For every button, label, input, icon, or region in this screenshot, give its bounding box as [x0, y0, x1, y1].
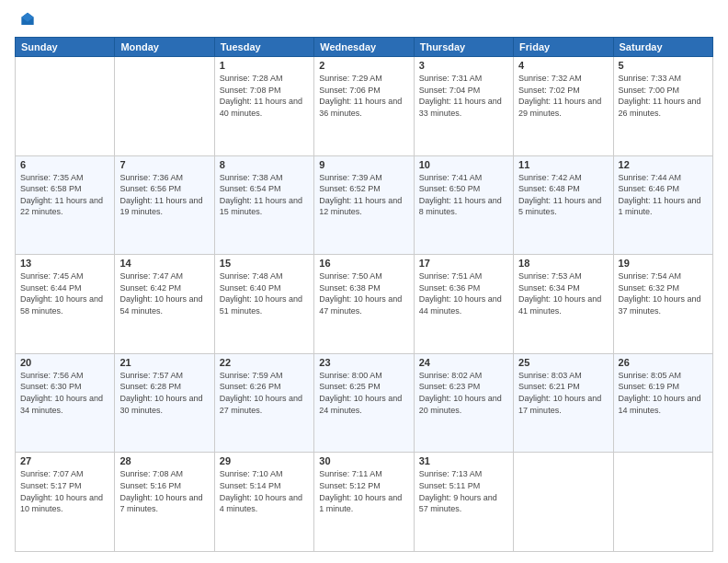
day-info: Sunrise: 7:57 AM Sunset: 6:28 PM Dayligh… — [119, 370, 209, 416]
day-info: Sunrise: 7:51 AM Sunset: 6:36 PM Dayligh… — [419, 270, 508, 316]
day-info: Sunrise: 7:41 AM Sunset: 6:50 PM Dayligh… — [419, 172, 508, 218]
day-info: Sunrise: 7:44 AM Sunset: 6:46 PM Dayligh… — [619, 172, 708, 218]
day-number: 25 — [518, 357, 608, 368]
day-info: Sunrise: 8:05 AM Sunset: 6:19 PM Dayligh… — [619, 370, 708, 416]
calendar-cell — [613, 453, 712, 552]
day-info: Sunrise: 7:29 AM Sunset: 7:06 PM Dayligh… — [319, 73, 408, 119]
calendar-cell: 27Sunrise: 7:07 AM Sunset: 5:17 PM Dayli… — [16, 453, 115, 552]
weekday-header: Saturday — [613, 38, 712, 57]
page: SundayMondayTuesdayWednesdayThursdayFrid… — [0, 0, 728, 563]
day-info: Sunrise: 7:54 AM Sunset: 6:32 PM Dayligh… — [619, 270, 708, 316]
day-number: 19 — [619, 258, 708, 269]
calendar-cell: 4Sunrise: 7:32 AM Sunset: 7:02 PM Daylig… — [514, 57, 613, 156]
calendar-week-row: 6Sunrise: 7:35 AM Sunset: 6:58 PM Daylig… — [16, 155, 713, 255]
calendar-table: SundayMondayTuesdayWednesdayThursdayFrid… — [15, 37, 713, 552]
day-info: Sunrise: 7:32 AM Sunset: 7:02 PM Dayligh… — [518, 73, 608, 119]
calendar-cell: 19Sunrise: 7:54 AM Sunset: 6:32 PM Dayli… — [613, 255, 712, 354]
day-number: 23 — [319, 357, 408, 368]
calendar-cell: 21Sunrise: 7:57 AM Sunset: 6:28 PM Dayli… — [115, 353, 214, 453]
day-info: Sunrise: 7:08 AM Sunset: 5:16 PM Dayligh… — [119, 468, 209, 514]
day-info: Sunrise: 7:53 AM Sunset: 6:34 PM Dayligh… — [518, 270, 608, 316]
day-info: Sunrise: 7:33 AM Sunset: 7:00 PM Dayligh… — [619, 73, 708, 119]
day-info: Sunrise: 7:47 AM Sunset: 6:42 PM Dayligh… — [119, 270, 209, 316]
day-number: 14 — [119, 258, 209, 269]
calendar-cell: 3Sunrise: 7:31 AM Sunset: 7:04 PM Daylig… — [414, 57, 513, 156]
day-info: Sunrise: 8:00 AM Sunset: 6:25 PM Dayligh… — [319, 370, 408, 416]
day-number: 16 — [319, 258, 408, 269]
day-info: Sunrise: 8:02 AM Sunset: 6:23 PM Dayligh… — [419, 370, 508, 416]
day-number: 30 — [319, 455, 408, 466]
calendar-cell: 14Sunrise: 7:47 AM Sunset: 6:42 PM Dayli… — [115, 255, 214, 354]
weekday-header: Sunday — [16, 38, 115, 57]
day-info: Sunrise: 7:45 AM Sunset: 6:44 PM Dayligh… — [20, 270, 109, 316]
calendar-week-row: 27Sunrise: 7:07 AM Sunset: 5:17 PM Dayli… — [16, 453, 713, 552]
day-number: 9 — [319, 159, 408, 170]
day-info: Sunrise: 8:03 AM Sunset: 6:21 PM Dayligh… — [518, 370, 608, 416]
calendar-cell: 8Sunrise: 7:38 AM Sunset: 6:54 PM Daylig… — [214, 155, 313, 255]
day-number: 13 — [20, 258, 109, 269]
calendar-cell: 25Sunrise: 8:03 AM Sunset: 6:21 PM Dayli… — [514, 353, 613, 453]
day-number: 22 — [220, 357, 309, 368]
calendar-header-row: SundayMondayTuesdayWednesdayThursdayFrid… — [16, 38, 713, 57]
day-number: 27 — [20, 455, 109, 466]
day-info: Sunrise: 7:28 AM Sunset: 7:08 PM Dayligh… — [220, 73, 309, 119]
calendar-cell: 7Sunrise: 7:36 AM Sunset: 6:56 PM Daylig… — [115, 155, 214, 255]
calendar-cell: 5Sunrise: 7:33 AM Sunset: 7:00 PM Daylig… — [613, 57, 712, 156]
logo — [15, 11, 39, 29]
calendar-cell: 6Sunrise: 7:35 AM Sunset: 6:58 PM Daylig… — [16, 155, 115, 255]
day-info: Sunrise: 7:07 AM Sunset: 5:17 PM Dayligh… — [20, 468, 109, 514]
day-number: 7 — [119, 159, 209, 170]
day-number: 20 — [20, 357, 109, 368]
day-number: 24 — [419, 357, 508, 368]
day-number: 28 — [119, 455, 209, 466]
calendar-cell: 26Sunrise: 8:05 AM Sunset: 6:19 PM Dayli… — [613, 353, 712, 453]
calendar-cell: 20Sunrise: 7:56 AM Sunset: 6:30 PM Dayli… — [16, 353, 115, 453]
day-info: Sunrise: 7:59 AM Sunset: 6:26 PM Dayligh… — [220, 370, 309, 416]
day-info: Sunrise: 7:35 AM Sunset: 6:58 PM Dayligh… — [20, 172, 109, 218]
day-number: 31 — [419, 455, 508, 466]
calendar-cell: 9Sunrise: 7:39 AM Sunset: 6:52 PM Daylig… — [314, 155, 414, 255]
calendar-cell: 18Sunrise: 7:53 AM Sunset: 6:34 PM Dayli… — [514, 255, 613, 354]
day-info: Sunrise: 7:48 AM Sunset: 6:40 PM Dayligh… — [220, 270, 309, 316]
calendar-cell — [16, 57, 115, 156]
calendar-cell: 15Sunrise: 7:48 AM Sunset: 6:40 PM Dayli… — [214, 255, 313, 354]
day-number: 12 — [619, 159, 708, 170]
calendar-cell: 30Sunrise: 7:11 AM Sunset: 5:12 PM Dayli… — [314, 453, 414, 552]
calendar-cell: 1Sunrise: 7:28 AM Sunset: 7:08 PM Daylig… — [214, 57, 313, 156]
day-info: Sunrise: 7:56 AM Sunset: 6:30 PM Dayligh… — [20, 370, 109, 416]
day-info: Sunrise: 7:31 AM Sunset: 7:04 PM Dayligh… — [419, 73, 508, 119]
day-number: 15 — [220, 258, 309, 269]
weekday-header: Wednesday — [314, 38, 414, 57]
calendar-cell — [514, 453, 613, 552]
calendar-cell: 16Sunrise: 7:50 AM Sunset: 6:38 PM Dayli… — [314, 255, 414, 354]
day-number: 6 — [20, 159, 109, 170]
day-number: 1 — [220, 60, 309, 71]
calendar-week-row: 20Sunrise: 7:56 AM Sunset: 6:30 PM Dayli… — [16, 353, 713, 453]
calendar-cell: 29Sunrise: 7:10 AM Sunset: 5:14 PM Dayli… — [214, 453, 313, 552]
calendar-cell: 28Sunrise: 7:08 AM Sunset: 5:16 PM Dayli… — [115, 453, 214, 552]
calendar-cell: 22Sunrise: 7:59 AM Sunset: 6:26 PM Dayli… — [214, 353, 313, 453]
day-number: 11 — [518, 159, 608, 170]
calendar-cell: 12Sunrise: 7:44 AM Sunset: 6:46 PM Dayli… — [613, 155, 712, 255]
day-number: 8 — [220, 159, 309, 170]
day-number: 26 — [619, 357, 708, 368]
calendar-cell: 31Sunrise: 7:13 AM Sunset: 5:11 PM Dayli… — [414, 453, 513, 552]
calendar-week-row: 1Sunrise: 7:28 AM Sunset: 7:08 PM Daylig… — [16, 57, 713, 156]
day-info: Sunrise: 7:39 AM Sunset: 6:52 PM Dayligh… — [319, 172, 408, 218]
calendar-cell: 24Sunrise: 8:02 AM Sunset: 6:23 PM Dayli… — [414, 353, 513, 453]
day-info: Sunrise: 7:38 AM Sunset: 6:54 PM Dayligh… — [220, 172, 309, 218]
calendar-week-row: 13Sunrise: 7:45 AM Sunset: 6:44 PM Dayli… — [16, 255, 713, 354]
day-info: Sunrise: 7:36 AM Sunset: 6:56 PM Dayligh… — [119, 172, 209, 218]
calendar-cell — [115, 57, 214, 156]
day-info: Sunrise: 7:50 AM Sunset: 6:38 PM Dayligh… — [319, 270, 408, 316]
day-number: 10 — [419, 159, 508, 170]
calendar-cell: 13Sunrise: 7:45 AM Sunset: 6:44 PM Dayli… — [16, 255, 115, 354]
day-number: 18 — [518, 258, 608, 269]
day-info: Sunrise: 7:11 AM Sunset: 5:12 PM Dayligh… — [319, 468, 408, 514]
day-info: Sunrise: 7:42 AM Sunset: 6:48 PM Dayligh… — [518, 172, 608, 218]
day-number: 2 — [319, 60, 408, 71]
day-number: 3 — [419, 60, 508, 71]
day-number: 29 — [220, 455, 309, 466]
weekday-header: Tuesday — [214, 38, 313, 57]
calendar-cell: 2Sunrise: 7:29 AM Sunset: 7:06 PM Daylig… — [314, 57, 414, 156]
